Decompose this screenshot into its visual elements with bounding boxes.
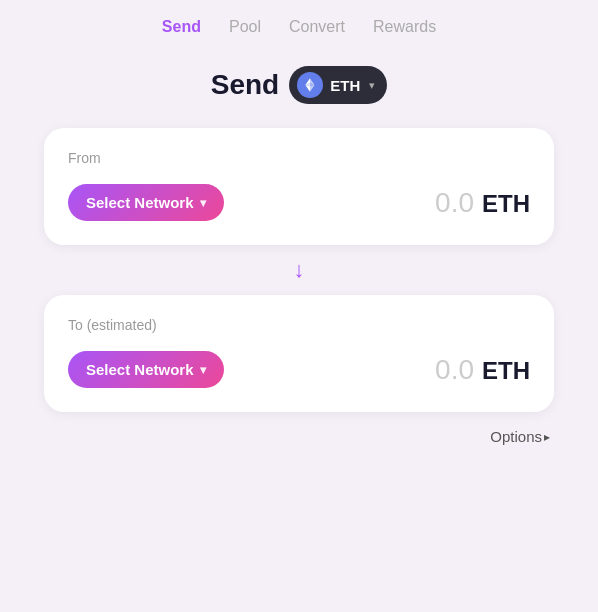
options-chevron-icon: ▸ [544, 430, 550, 444]
to-amount-value: 0.0 [435, 354, 474, 386]
options-label: Options [490, 428, 542, 445]
to-select-network-button[interactable]: Select Network ▾ [68, 351, 224, 388]
options-button[interactable]: Options ▸ [490, 428, 550, 445]
from-card-row: Select Network ▾ 0.0 ETH [68, 184, 530, 221]
from-amount-value: 0.0 [435, 187, 474, 219]
from-select-network-label: Select Network [86, 194, 194, 211]
nav-pool[interactable]: Pool [229, 18, 261, 36]
page-title: Send [211, 69, 279, 101]
arrow-down-icon: ↓ [294, 259, 305, 281]
token-selector[interactable]: ETH ▾ [289, 66, 387, 104]
from-amount-display: 0.0 ETH [435, 187, 530, 219]
nav-convert[interactable]: Convert [289, 18, 345, 36]
to-amount-display: 0.0 ETH [435, 354, 530, 386]
nav-rewards[interactable]: Rewards [373, 18, 436, 36]
arrow-separator: ↓ [294, 259, 305, 281]
from-amount-token: ETH [482, 190, 530, 218]
from-label: From [68, 150, 530, 166]
token-label: ETH [330, 77, 360, 94]
main-nav: Send Pool Convert Rewards [162, 0, 436, 52]
options-row: Options ▸ [44, 428, 554, 445]
to-select-network-chevron-icon: ▾ [200, 363, 206, 377]
nav-send[interactable]: Send [162, 18, 201, 36]
to-amount-token: ETH [482, 357, 530, 385]
token-chevron-icon: ▾ [369, 79, 375, 92]
from-card: From Select Network ▾ 0.0 ETH [44, 128, 554, 245]
to-card: To (estimated) Select Network ▾ 0.0 ETH [44, 295, 554, 412]
from-select-network-button[interactable]: Select Network ▾ [68, 184, 224, 221]
eth-icon [297, 72, 323, 98]
from-select-network-chevron-icon: ▾ [200, 196, 206, 210]
to-select-network-label: Select Network [86, 361, 194, 378]
to-card-row: Select Network ▾ 0.0 ETH [68, 351, 530, 388]
to-label: To (estimated) [68, 317, 530, 333]
page-header: Send ETH ▾ [211, 66, 387, 104]
